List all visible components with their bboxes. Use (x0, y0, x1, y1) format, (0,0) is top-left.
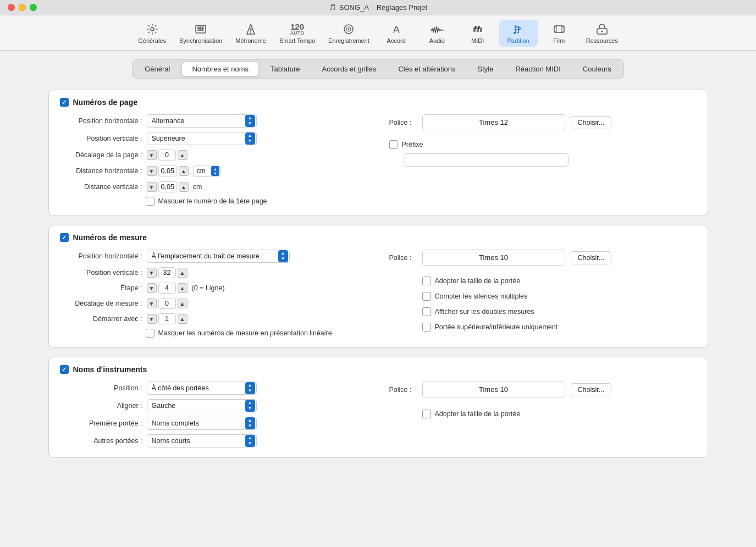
page-dist-h-unit-select[interactable]: cm in pt (193, 165, 220, 177)
page-dist-h-value[interactable]: 0,05 (158, 165, 177, 176)
mesure-pos-h-wrapper: À l'emplacement du trait de mesure Gauch… (147, 250, 290, 263)
ressources-icon (596, 22, 608, 36)
toolbar-label-audio: Audio (429, 37, 445, 45)
instruments-left-col: Position : À côté des portées Au-dessus … (60, 382, 367, 447)
mesure-demarrer-stepper: ▼ 1 ▲ (147, 313, 187, 324)
page-decalage-value[interactable]: 0 (158, 150, 176, 161)
page-masquer-checkbox[interactable] (146, 197, 154, 206)
tab-reaction-midi[interactable]: Réaction MIDI (505, 62, 571, 76)
page-dist-v-value[interactable]: 0,05 (158, 181, 177, 192)
page-decalage-down[interactable]: ▼ (147, 150, 157, 160)
instruments-position-row: Position : À côté des portées Au-dessus … (60, 382, 367, 395)
tab-cles-alterations[interactable]: Clés et altérations (388, 62, 466, 76)
section-mesure-checkbox[interactable] (60, 233, 69, 242)
sync-icon (195, 22, 207, 36)
page-prefixe-checkbox[interactable] (389, 140, 398, 149)
page-dist-h-up[interactable]: ▲ (179, 166, 189, 176)
toolbar-item-film[interactable]: Film (540, 20, 578, 47)
mesure-pos-v-value[interactable]: 32 (158, 267, 176, 278)
tab-style[interactable]: Style (467, 62, 504, 76)
mesure-decalage-down[interactable]: ▼ (147, 299, 157, 308)
svg-point-14 (348, 29, 350, 30)
mesure-decalage-value[interactable]: 0 (158, 298, 176, 309)
mesure-pos-h-select[interactable]: À l'emplacement du trait de mesure Gauch… (147, 250, 290, 263)
gear-icon (146, 22, 158, 36)
mesure-demarrer-row: Démarrer avec : ▼ 1 ▲ (60, 313, 367, 324)
instruments-aligner-select[interactable]: Gauche Centre Droite (147, 399, 257, 412)
page-dist-v-down[interactable]: ▼ (147, 182, 157, 192)
tab-general[interactable]: Général (134, 62, 180, 76)
toolbar-item-midi[interactable]: MIDI (459, 20, 497, 47)
instruments-premiere-select[interactable]: Noms complets Noms courts Aucun (147, 417, 257, 430)
mesure-pos-v-up[interactable]: ▲ (178, 268, 187, 278)
mesure-demarrer-value[interactable]: 1 (158, 313, 176, 324)
mesure-masquer-row: Masquer les numéros de mesure en présent… (146, 329, 367, 338)
page-pos-v-select[interactable]: Supérieure Inférieure (147, 132, 257, 145)
metronome-icon (245, 22, 257, 36)
mesure-masquer-checkbox[interactable] (146, 329, 154, 338)
svg-point-21 (514, 32, 516, 34)
page-police-label: Police : (389, 119, 417, 126)
toolbar-item-ressources[interactable]: Ressources (581, 20, 623, 47)
mesure-portee-checkbox[interactable] (422, 323, 431, 331)
toolbar-item-audio[interactable]: Audio (418, 20, 456, 47)
mesure-compter-checkbox[interactable] (422, 292, 431, 301)
mesure-etape-down[interactable]: ▼ (147, 283, 157, 293)
instruments-aligner-label: Aligner : (60, 402, 142, 410)
toolbar-item-metronome[interactable]: Métronome (230, 20, 272, 47)
instruments-choisir-button[interactable]: Choisir... (571, 383, 612, 396)
page-pos-h-label: Position horizontale : (60, 117, 142, 125)
maximize-button[interactable] (30, 4, 37, 11)
mesure-demarrer-up[interactable]: ▲ (178, 314, 187, 324)
toolbar-label-ressources: Ressources (586, 37, 618, 45)
page-choisir-button[interactable]: Choisir... (571, 116, 612, 129)
mesure-pos-v-down[interactable]: ▼ (147, 268, 157, 278)
mesure-choisir-button[interactable]: Choisir... (571, 251, 612, 264)
mesure-etape-value[interactable]: 4 (158, 283, 176, 294)
section-instruments-checkbox[interactable] (60, 365, 69, 374)
page-prefixe-input[interactable] (404, 153, 569, 167)
mesure-adopter-checkbox[interactable] (422, 277, 431, 285)
window-controls (8, 4, 37, 11)
instruments-position-select[interactable]: À côté des portées Au-dessus des portées (147, 382, 257, 395)
page-decalage-up[interactable]: ▲ (178, 150, 187, 160)
page-dist-v-up[interactable]: ▲ (179, 182, 189, 192)
tab-tablature[interactable]: Tablature (260, 62, 310, 76)
page-prefixe-label: Préfixe (402, 141, 423, 148)
page-decalage-stepper: ▼ 0 ▲ (147, 150, 187, 161)
mesure-demarrer-down[interactable]: ▼ (147, 314, 157, 324)
section-page-checkbox[interactable] (60, 98, 69, 107)
svg-point-31 (601, 31, 603, 32)
instruments-adopter-checkbox[interactable] (422, 410, 431, 418)
mesure-police-label: Police : (389, 254, 417, 262)
instruments-police-label: Police : (389, 386, 417, 394)
minimize-button[interactable] (19, 4, 26, 11)
close-button[interactable] (8, 4, 15, 11)
page-masquer-check-row: Masquer le numéro de la 1ère page (146, 197, 267, 206)
instruments-position-wrapper: À côté des portées Au-dessus des portées… (147, 382, 257, 395)
mesure-etape-up[interactable]: ▲ (178, 283, 187, 293)
toolbar-item-partition[interactable]: Partition (499, 20, 538, 47)
mesure-pos-v-row: Position verticale : ▼ 32 ▲ (60, 267, 367, 278)
toolbar-item-accord[interactable]: Accord (377, 20, 416, 47)
instruments-premiere-label: Première portée : (60, 419, 142, 427)
instruments-autres-select[interactable]: Noms courts Noms complets Aucun (147, 434, 257, 447)
toolbar-item-enregistrement[interactable]: Enregistrement (323, 20, 375, 47)
page-pos-h-select[interactable]: Alternance Gauche Centre Droite (147, 114, 257, 128)
instruments-premiere-row: Première portée : Noms complets Noms cou… (60, 417, 367, 430)
page-masquer-label: Masquer le numéro de la 1ère page (158, 197, 267, 205)
tab-accords-grilles[interactable]: Accords et grilles (311, 62, 387, 76)
toolbar-item-smart-tempo[interactable]: 120 AUTO Smart Tempo (274, 20, 321, 47)
section-mesure-title: Numéros de mesure (73, 233, 147, 242)
mesure-afficher-checkbox[interactable] (422, 307, 431, 316)
page-decalage-label: Décalage de la page : (60, 151, 142, 159)
tab-nombres-noms[interactable]: Nombres et noms (181, 62, 259, 76)
toolbar-item-generales[interactable]: Générales (133, 20, 172, 47)
tab-couleurs[interactable]: Couleurs (572, 62, 622, 76)
title-icon: 🎵 (329, 4, 336, 11)
toolbar-label-generales: Générales (138, 37, 166, 45)
page-dist-h-down[interactable]: ▼ (147, 166, 157, 176)
page-dist-h-label: Distance horizontale : (60, 167, 142, 175)
mesure-decalage-up[interactable]: ▲ (178, 299, 187, 308)
toolbar-item-synchronisation[interactable]: Synchronisation (174, 20, 228, 47)
